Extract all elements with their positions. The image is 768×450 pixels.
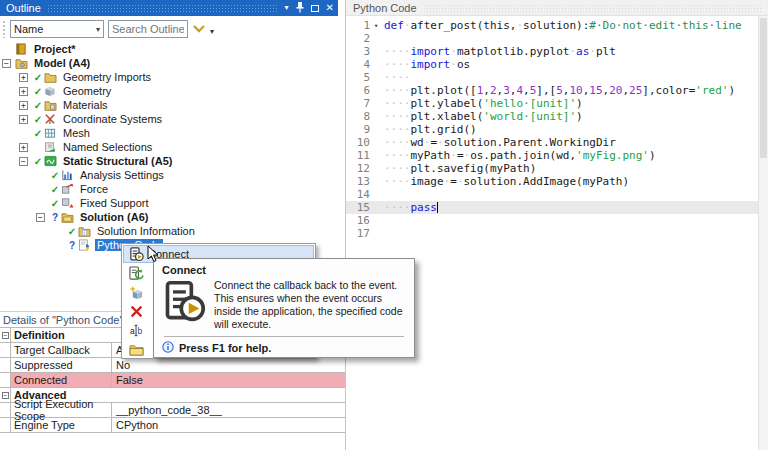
checkmark-icon: ✓ — [49, 198, 61, 209]
maximize-icon[interactable] — [311, 5, 319, 12]
solfolder-icon — [61, 211, 75, 223]
tree-item-force[interactable]: ✓Force — [0, 182, 338, 196]
property-value-suppressed[interactable]: No — [112, 358, 345, 372]
toolbar-overflow-icon[interactable]: ▾ — [210, 27, 214, 36]
code-line: 11····myPath·=·os.path.join(wd,'myFig.pn… — [346, 149, 758, 162]
menu-icon-strip: ab — [122, 264, 150, 358]
code-line: 15····pass — [346, 201, 758, 214]
tree-item-solution-information[interactable]: ✓iSolution Information — [0, 224, 338, 238]
details-gutter — [0, 418, 11, 432]
tree-item-coordinate-systems[interactable]: +✓Coordinate Systems — [0, 112, 338, 126]
checkmark-icon: ✓ — [32, 72, 44, 83]
code-line: 13····image·=·solution.AddImage(myPath) — [346, 175, 758, 188]
code-text: ····pass — [384, 201, 438, 214]
project-icon — [15, 43, 29, 55]
filter-dropdown[interactable]: Name ▾ — [10, 20, 104, 38]
code-line: 2 — [346, 32, 758, 45]
code-text: def·after_post(this,·solution):#·Do·not·… — [384, 19, 742, 32]
support-icon — [61, 197, 75, 209]
tree-item-label: Solution Information — [95, 225, 197, 237]
pin-icon[interactable] — [296, 2, 304, 15]
tree-item-analysis-settings[interactable]: ✓Analysis Settings — [0, 168, 338, 182]
details-gutter — [0, 373, 11, 387]
fold-marker-icon[interactable]: ▾ — [374, 22, 384, 30]
expand-tree-chevron-icon[interactable] — [192, 23, 206, 35]
tree-item-geometry-imports[interactable]: +✓Geometry Imports — [0, 70, 338, 84]
tree-item-label: Mesh — [61, 127, 92, 139]
toolbar-grip[interactable] — [2, 20, 6, 38]
titlebar-texture — [47, 4, 279, 12]
tree-item-materials[interactable]: +✓Materials — [0, 98, 338, 112]
expand-expander-icon[interactable]: + — [19, 101, 28, 110]
expand-expander-icon[interactable]: + — [19, 115, 28, 124]
collapse-expander-icon[interactable]: − — [19, 157, 28, 166]
outline-titlebar[interactable]: Outline ▾ ✕ — [0, 0, 338, 16]
folder-group-icon[interactable] — [128, 342, 144, 357]
collapse-expander-icon[interactable]: − — [2, 59, 11, 68]
cube-generate-icon[interactable] — [128, 285, 144, 300]
property-name: Connected — [11, 373, 112, 387]
section-collapse-icon[interactable]: − — [2, 392, 9, 399]
svg-text:b: b — [137, 326, 142, 336]
property-value-engine-type[interactable]: CPython — [112, 418, 345, 432]
line-number: 2 — [346, 32, 374, 45]
details-row: SuppressedNo — [0, 358, 345, 373]
code-text: ····plt.plot([1,2,3,4,5],[5,10,15,20,25]… — [384, 84, 735, 97]
code-line: 17 — [346, 227, 758, 240]
code-editor[interactable]: 1▾def·after_post(this,·solution):#·Do·no… — [346, 16, 758, 450]
line-number: 15 — [346, 201, 374, 214]
tree-item-fixed-support[interactable]: ✓Fixed Support — [0, 196, 338, 210]
property-name: Engine Type — [11, 418, 112, 432]
checkmark-icon: ✓ — [32, 128, 44, 139]
question-status-icon: ? — [66, 240, 78, 251]
scrollbar-thumb[interactable] — [760, 18, 767, 158]
refresh-document-icon[interactable] — [128, 266, 144, 281]
tree-item-label: Force — [78, 183, 110, 195]
close-icon[interactable]: ✕ — [326, 3, 334, 13]
code-text: ····plt.grid() — [384, 123, 477, 136]
checkmark-icon: ✓ — [49, 184, 61, 195]
editor-scrollbar[interactable] — [758, 16, 768, 450]
cube-icon — [44, 85, 58, 97]
expand-expander-icon[interactable]: + — [19, 73, 28, 82]
expand-expander-icon[interactable]: + — [19, 143, 28, 152]
chevron-down-icon[interactable]: ▾ — [285, 4, 289, 12]
namedsel-icon — [44, 141, 58, 153]
code-text: ····plt.ylabel('hello·[unit]') — [384, 97, 583, 110]
line-number: 16 — [346, 214, 374, 227]
tree-item-static-structural-a5[interactable]: −✓Static Structural (A5) — [0, 154, 338, 168]
app-window: { "colors": { "titlebar_blue": "#1d66c1"… — [0, 0, 768, 450]
collapse-expander-icon[interactable]: − — [36, 213, 45, 222]
tree-item-geometry[interactable]: +✓Geometry — [0, 84, 338, 98]
delete-icon[interactable] — [128, 304, 144, 319]
code-line: 10····wd·=·solution.Parent.WorkingDir — [346, 136, 758, 149]
infofolder-icon: i — [78, 225, 92, 237]
expand-expander-icon[interactable]: + — [19, 87, 28, 96]
tree-item-project[interactable]: Project* — [0, 42, 338, 56]
property-value-connected[interactable]: False — [112, 373, 345, 387]
code-line: 16 — [346, 214, 758, 227]
line-number: 5 — [346, 71, 374, 84]
python-icon — [78, 239, 92, 251]
editor-header-texture — [423, 4, 762, 12]
section-collapse-icon[interactable]: − — [2, 332, 9, 339]
line-number: 17 — [346, 227, 374, 240]
property-value-script-execution-scope[interactable]: __python_code_38__ — [112, 403, 345, 417]
tree-item-named-selections[interactable]: +Named Selections — [0, 140, 338, 154]
rename-icon[interactable]: ab — [128, 323, 144, 338]
details-row: Script Execution Scope__python_code_38__ — [0, 403, 345, 418]
details-gutter — [0, 343, 11, 357]
code-text: ····wd·=·solution.Parent.WorkingDir — [384, 136, 616, 149]
checkmark-icon: ✓ — [32, 86, 44, 97]
outline-title: Outline — [6, 2, 41, 14]
details-gutter — [0, 403, 11, 417]
tree-item-label: Static Structural (A5) — [61, 155, 174, 167]
code-line: 4····import·os — [346, 58, 758, 71]
tree-item-solution-a6[interactable]: −?Solution (A6) — [0, 210, 338, 224]
search-outline-input[interactable] — [108, 20, 188, 38]
tree-item-label: Coordinate Systems — [61, 113, 164, 125]
line-number: 9 — [346, 123, 374, 136]
tree-item-model-a4[interactable]: −Model (A4) — [0, 56, 338, 70]
code-text: ····image·=·solution.AddImage(myPath) — [384, 175, 629, 188]
tree-item-mesh[interactable]: ✓Mesh — [0, 126, 338, 140]
